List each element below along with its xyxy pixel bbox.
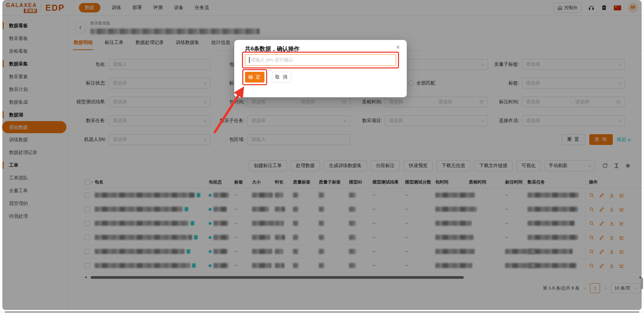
confirm-cancel-button[interactable]: 取 消: [272, 72, 291, 83]
close-icon[interactable]: ×: [396, 43, 400, 50]
vertical-scrollbar-thumb[interactable]: [641, 278, 643, 289]
confirm-modal: 共6条数据，确认操作 × 请输入 yes 进行确认 确 定 取 消: [234, 40, 407, 97]
annotation-arrow: [204, 81, 254, 137]
window-bottom-edge: [5, 312, 639, 312]
annotation-rect-input: [242, 52, 399, 68]
app-window: GALAXEA 星海图 EDP 数据训练部署评测设备任务流 控制台 ★★ 钟 数…: [0, 0, 644, 313]
